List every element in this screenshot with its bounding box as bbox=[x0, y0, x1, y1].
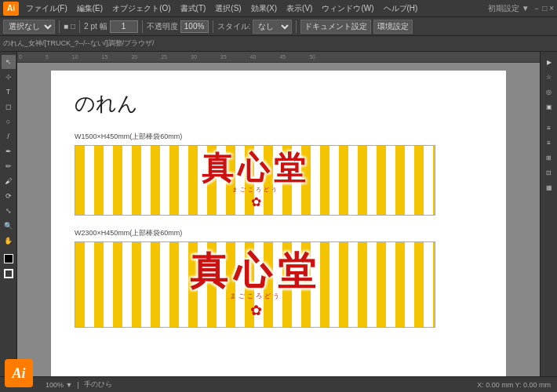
banner1-flower-icon: ✿ bbox=[251, 194, 261, 209]
menu-view[interactable]: 表示(V) bbox=[282, 2, 316, 15]
ai-logo-menu: Ai bbox=[3, 2, 19, 16]
right-panel: ▶ ☆ ◎ ▣ ≡ ≡ ⊞ ⊡ ▦ bbox=[540, 52, 557, 376]
tool-scale[interactable]: ⤡ bbox=[2, 204, 16, 218]
menu-select[interactable]: 選択(S) bbox=[211, 2, 245, 15]
fill-label: ■ bbox=[64, 22, 68, 31]
window-controls: － □ × bbox=[533, 3, 554, 14]
tool-zoom[interactable]: 🔍 bbox=[2, 219, 16, 233]
tool-type[interactable]: T bbox=[2, 85, 16, 99]
tool-direct-select[interactable]: ⊹ bbox=[2, 70, 16, 84]
status-coords: X: 0.00 mm Y: 0.00 mm bbox=[477, 381, 551, 389]
opacity-label: 不透明度 bbox=[147, 21, 178, 32]
menu-right: 初期設定 ▼ － □ × bbox=[488, 3, 554, 14]
banner2-sub-text: まごころどう bbox=[230, 292, 282, 300]
status-tool: 手のひら bbox=[84, 379, 112, 390]
tool-pen[interactable]: ✒ bbox=[2, 144, 16, 158]
right-btn-7[interactable]: ⊞ bbox=[542, 151, 556, 165]
menu-file[interactable]: ファイル(F) bbox=[22, 2, 71, 15]
main-layout: ↖ ⊹ T ◻ ○ / ✒ ✏ 🖌 ⟳ ⤡ 🔍 ✋ 0 5 10 15 20 2… bbox=[0, 52, 557, 376]
tool-pencil[interactable]: ✏ bbox=[2, 159, 16, 173]
stroke-width-label: 2 pt 幅 bbox=[84, 21, 107, 32]
banner1-main-text: 真心堂 bbox=[202, 153, 310, 184]
canvas-area: 0 5 10 15 20 25 30 35 40 45 50 のれん W1500… bbox=[17, 52, 540, 376]
ruler-marks: 0 5 10 15 20 25 30 35 40 45 50 bbox=[19, 54, 339, 60]
menu-edit[interactable]: 編集(E) bbox=[73, 2, 107, 15]
banner1-label: W1500×H450mm(上部棒袋60mm) bbox=[75, 132, 482, 142]
menu-bar: Ai ファイル(F) 編集(E) オブジェクト(O) 書式(T) 選択(S) 効… bbox=[0, 0, 557, 17]
env-settings-btn[interactable]: 環境設定 bbox=[373, 20, 413, 34]
workspace-label: 初期設定 ▼ bbox=[488, 3, 530, 14]
banner2-container: 真心堂 まごころどう ✿ bbox=[75, 241, 435, 328]
banner2-label: W2300×H450mm(上部棒袋60mm) bbox=[75, 228, 482, 238]
right-btn-3[interactable]: ◎ bbox=[542, 85, 556, 99]
file-path: のれん_女神/[TRUCK_?--/--ない/]調整/ブラウザ/ bbox=[3, 38, 155, 49]
toolbar-separator-1 bbox=[59, 20, 60, 33]
tool-select[interactable]: ↖ bbox=[2, 55, 16, 69]
toolbar-separator-3 bbox=[142, 20, 143, 33]
right-btn-1[interactable]: ▶ bbox=[542, 55, 556, 69]
tool-ellipse[interactable]: ○ bbox=[2, 114, 16, 129]
style-dropdown[interactable]: なし bbox=[253, 20, 292, 34]
select-tool-dropdown[interactable]: 選択なし bbox=[3, 20, 55, 34]
right-btn-8[interactable]: ⊡ bbox=[542, 165, 556, 180]
menu-items: ファイル(F) 編集(E) オブジェクト(O) 書式(T) 選択(S) 効果(X… bbox=[22, 2, 421, 15]
status-left: 100% ▼ | 手のひら bbox=[46, 379, 112, 390]
toolbar-separator-4 bbox=[213, 20, 213, 33]
top-ruler: 0 5 10 15 20 25 30 35 40 45 50 bbox=[17, 52, 540, 63]
menu-help[interactable]: ヘルプ(H) bbox=[380, 2, 422, 15]
tool-color[interactable] bbox=[2, 252, 16, 266]
right-btn-2[interactable]: ☆ bbox=[542, 70, 556, 84]
canvas-scroll[interactable]: のれん W1500×H450mm(上部棒袋60mm) bbox=[17, 63, 540, 376]
right-btn-5[interactable]: ≡ bbox=[542, 121, 556, 135]
menu-object[interactable]: オブジェクト(O) bbox=[108, 2, 174, 15]
toolbar-separator-5 bbox=[296, 20, 297, 33]
tool-paintbrush[interactable]: 🖌 bbox=[2, 174, 16, 188]
opacity-input[interactable] bbox=[180, 20, 209, 33]
tool-rotate[interactable]: ⟳ bbox=[2, 189, 16, 203]
ai-logo-bottom: Ai bbox=[5, 359, 33, 387]
banner2-main-text: 真心堂 bbox=[190, 252, 322, 290]
status-right: X: 0.00 mm Y: 0.00 mm bbox=[477, 381, 551, 389]
banner1-container: 真心堂 まごころどう ✿ bbox=[75, 145, 435, 216]
menu-window[interactable]: ウィンドウ(W) bbox=[318, 2, 377, 15]
menu-format[interactable]: 書式(T) bbox=[177, 2, 210, 15]
banner1-sub-text: まごころどう bbox=[232, 186, 279, 194]
right-btn-4[interactable]: ▣ bbox=[542, 100, 556, 114]
stroke-width-input[interactable] bbox=[110, 20, 138, 33]
menu-effect[interactable]: 効果(X) bbox=[247, 2, 281, 15]
status-bar: Ai 100% ▼ | 手のひら X: 0.00 mm Y: 0.00 mm bbox=[0, 376, 557, 392]
right-btn-9[interactable]: ▦ bbox=[542, 180, 556, 194]
toolbar-separator-2 bbox=[79, 20, 80, 33]
tool-rectangle[interactable]: ◻ bbox=[2, 100, 16, 114]
style-label: スタイル: bbox=[217, 21, 251, 32]
tool-hand[interactable]: ✋ bbox=[2, 234, 16, 248]
doc-settings-btn[interactable]: ドキュメント設定 bbox=[300, 20, 371, 34]
status-zoom: 100% ▼ bbox=[46, 381, 72, 389]
left-toolbox: ↖ ⊹ T ◻ ○ / ✒ ✏ 🖌 ⟳ ⤡ 🔍 ✋ bbox=[0, 52, 17, 376]
document-title: のれん bbox=[75, 90, 482, 118]
status-sep: | bbox=[77, 381, 78, 389]
stroke-label: □ bbox=[71, 22, 75, 31]
toolbar-path: のれん_女神/[TRUCK_?--/--ない/]調整/ブラウザ/ bbox=[0, 36, 557, 52]
canvas-inner: のれん W1500×H450mm(上部棒袋60mm) bbox=[17, 63, 540, 376]
canvas-page: のれん W1500×H450mm(上部棒袋60mm) bbox=[51, 71, 506, 376]
right-btn-6[interactable]: ≡ bbox=[542, 136, 556, 150]
tool-stroke-color[interactable] bbox=[2, 267, 16, 281]
banner2-flower-icon: ✿ bbox=[250, 302, 262, 319]
toolbar-main: 選択なし ■ □ 2 pt 幅 不透明度 スタイル: なし ドキュメント設定 環… bbox=[0, 17, 557, 36]
tool-line[interactable]: / bbox=[2, 129, 16, 143]
